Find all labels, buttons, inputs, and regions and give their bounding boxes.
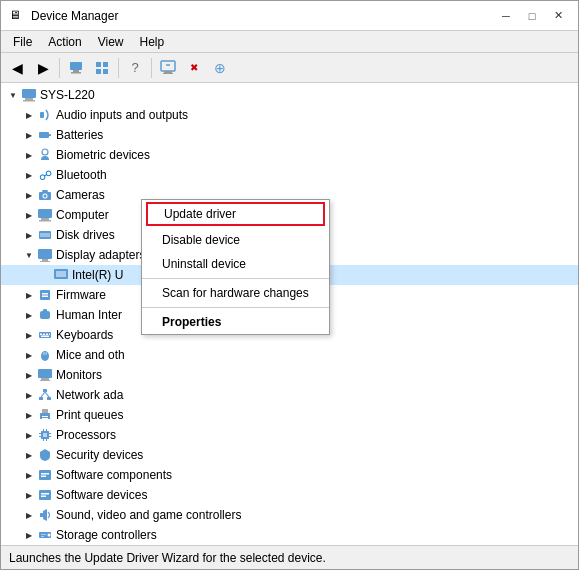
display-icon <box>37 247 53 263</box>
svg-rect-0 <box>70 62 82 70</box>
processors-icon <box>37 427 53 443</box>
context-menu-update-driver[interactable]: Update driver <box>146 202 325 226</box>
menu-bar: File Action View Help <box>1 31 578 53</box>
svg-rect-11 <box>25 98 33 100</box>
toolbar: ◀ ▶ ? <box>1 53 578 83</box>
svg-rect-45 <box>38 369 52 378</box>
svg-rect-62 <box>46 439 47 441</box>
window-icon: 🖥 <box>9 8 25 24</box>
svg-rect-28 <box>40 261 50 262</box>
bluetooth-label: Bluetooth <box>56 168 107 182</box>
tree-item-storage[interactable]: ▶ Storage controllers <box>1 525 578 545</box>
tree-item-mice[interactable]: ▶ Mice and oth <box>1 345 578 365</box>
root-icon <box>21 87 37 103</box>
svg-line-52 <box>45 392 49 397</box>
security-expand-icon: ▶ <box>21 447 37 463</box>
svg-rect-32 <box>42 293 48 295</box>
monitors-icon <box>37 367 53 383</box>
device-manager-window: 🖥 Device Manager ─ □ ✕ File Action View … <box>0 0 579 570</box>
tree-item-security[interactable]: ▶ Security devices <box>1 445 578 465</box>
disk-icon <box>37 227 53 243</box>
tree-item-software-comp[interactable]: ▶ Software components <box>1 465 578 485</box>
toolbar-separator-1 <box>59 58 60 78</box>
mice-label: Mice and oth <box>56 348 125 362</box>
svg-rect-59 <box>43 429 44 431</box>
tree-item-bluetooth[interactable]: ▶ ☍ Bluetooth <box>1 165 578 185</box>
svg-rect-40 <box>49 334 50 336</box>
svg-rect-30 <box>56 271 66 277</box>
toolbar-separator-3 <box>151 58 152 78</box>
context-menu-separator-2 <box>142 307 329 308</box>
help-btn[interactable]: ? <box>123 56 147 80</box>
svg-rect-8 <box>164 71 172 73</box>
svg-rect-37 <box>40 334 42 336</box>
forward-button[interactable]: ▶ <box>31 56 55 80</box>
back-button[interactable]: ◀ <box>5 56 29 80</box>
cameras-expand-icon: ▶ <box>21 187 37 203</box>
sound-expand-icon: ▶ <box>21 507 37 523</box>
processors-expand-icon: ▶ <box>21 427 37 443</box>
svg-rect-14 <box>39 132 49 138</box>
root-expand-icon: ▼ <box>5 87 21 103</box>
svg-rect-67 <box>39 470 51 480</box>
cameras-label: Cameras <box>56 188 105 202</box>
device-manager-icon-btn[interactable] <box>64 56 88 80</box>
tree-item-print[interactable]: ▶ Print queues <box>1 405 578 425</box>
update-driver-btn[interactable]: ✖ <box>182 56 206 80</box>
print-label: Print queues <box>56 408 123 422</box>
bluetooth-icon: ☍ <box>37 167 53 183</box>
menu-help[interactable]: Help <box>132 33 173 51</box>
tree-item-sound[interactable]: ▶ Sound, video and game controllers <box>1 505 578 525</box>
menu-view[interactable]: View <box>90 33 132 51</box>
svg-rect-5 <box>96 69 101 74</box>
context-menu-properties[interactable]: Properties <box>142 310 329 334</box>
software-comp-label: Software components <box>56 468 172 482</box>
scan-btn[interactable] <box>156 56 180 80</box>
computer-label: Computer <box>56 208 109 222</box>
tree-item-biometric[interactable]: ▶ Biometric devices <box>1 145 578 165</box>
context-menu-uninstall-device[interactable]: Uninstall device <box>142 252 329 276</box>
context-menu-separator <box>142 278 329 279</box>
tree-item-software-dev[interactable]: ▶ Software devices <box>1 485 578 505</box>
display-label: Display adapters <box>56 248 145 262</box>
close-button[interactable]: ✕ <box>546 6 570 26</box>
tree-item-processors[interactable]: ▶ Processors <box>1 425 578 445</box>
computer-icon <box>37 207 53 223</box>
svg-rect-60 <box>46 429 47 431</box>
tree-item-audio[interactable]: ▶ Audio inputs and outputs <box>1 105 578 125</box>
svg-rect-71 <box>41 493 49 495</box>
mice-icon <box>37 347 53 363</box>
svg-line-51 <box>41 392 45 397</box>
add-hardware-btn[interactable]: ⊕ <box>208 56 232 80</box>
firmware-expand-icon: ▶ <box>21 287 37 303</box>
view-btn[interactable] <box>90 56 114 80</box>
svg-rect-20 <box>42 190 48 192</box>
main-content: ▼ SYS-L220 ▶ Audio inputs and outputs ▶ <box>1 83 578 545</box>
context-menu-scan-hardware[interactable]: Scan for hardware changes <box>142 281 329 305</box>
menu-action[interactable]: Action <box>40 33 89 51</box>
svg-rect-9 <box>163 73 173 74</box>
tree-root[interactable]: ▼ SYS-L220 <box>1 85 578 105</box>
svg-rect-66 <box>49 436 51 437</box>
intel-icon <box>53 267 69 283</box>
network-label: Network ada <box>56 388 123 402</box>
status-text: Launches the Update Driver Wizard for th… <box>9 551 326 565</box>
tree-item-monitors[interactable]: ▶ Monitors <box>1 365 578 385</box>
svg-rect-25 <box>40 233 50 237</box>
svg-rect-77 <box>41 536 44 537</box>
sound-icon <box>37 507 53 523</box>
context-menu-disable-device[interactable]: Disable device <box>142 228 329 252</box>
cameras-icon <box>37 187 53 203</box>
tree-item-network[interactable]: ▶ Network ada <box>1 385 578 405</box>
window-title: Device Manager <box>31 9 118 23</box>
maximize-button[interactable]: □ <box>520 6 544 26</box>
tree-item-batteries[interactable]: ▶ Batteries <box>1 125 578 145</box>
minimize-button[interactable]: ─ <box>494 6 518 26</box>
print-icon <box>37 407 53 423</box>
software-comp-expand-icon: ▶ <box>21 467 37 483</box>
svg-rect-54 <box>42 409 48 413</box>
menu-file[interactable]: File <box>5 33 40 51</box>
processors-label: Processors <box>56 428 116 442</box>
svg-rect-46 <box>41 378 49 380</box>
svg-rect-65 <box>49 433 51 434</box>
